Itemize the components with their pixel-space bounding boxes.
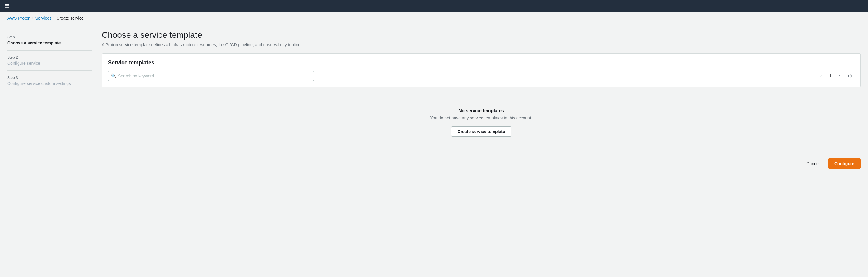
breadcrumb-current: Create service (56, 16, 84, 21)
breadcrumb-proton-link[interactable]: AWS Proton (7, 16, 31, 21)
configure-button[interactable]: Configure (828, 159, 861, 169)
pagination-next-button[interactable]: › (837, 72, 843, 80)
search-row: 🔍 ‹ 1 › ⚙ (108, 71, 855, 81)
settings-button[interactable]: ⚙ (845, 72, 855, 80)
search-input[interactable] (108, 71, 314, 81)
sidebar-steps: Step 1 Choose a service template Step 2 … (7, 24, 92, 264)
top-navigation: ☰ (0, 0, 868, 12)
breadcrumb-separator-1: › (32, 16, 34, 20)
pagination: ‹ 1 › ⚙ (818, 72, 855, 80)
content-area: Choose a service template A Proton servi… (102, 24, 861, 264)
create-service-template-button[interactable]: Create service template (451, 127, 511, 137)
hamburger-icon[interactable]: ☰ (5, 3, 10, 9)
empty-state-description: You do not have any service templates in… (108, 115, 855, 120)
main-layout: Step 1 Choose a service template Step 2 … (0, 24, 868, 271)
breadcrumb: AWS Proton › Services › Create service (0, 12, 868, 24)
service-templates-panel: Service templates 🔍 ‹ 1 › ⚙ (102, 53, 861, 88)
gear-icon: ⚙ (848, 73, 852, 79)
step-2-item: Step 2 Configure service (7, 50, 92, 71)
pagination-number: 1 (827, 72, 834, 79)
breadcrumb-services-link[interactable]: Services (35, 16, 52, 21)
empty-state-title: No service templates (108, 108, 855, 113)
step-3-label: Step 3 (7, 76, 92, 80)
step-2-label: Step 2 (7, 55, 92, 60)
search-input-wrapper: 🔍 (108, 71, 314, 81)
pagination-prev-button[interactable]: ‹ (818, 72, 825, 80)
empty-state: No service templates You do not have any… (102, 94, 861, 151)
step-1-label: Step 1 (7, 35, 92, 39)
cancel-button[interactable]: Cancel (801, 159, 825, 168)
page-description: A Proton service template defines all in… (102, 42, 861, 47)
chevron-left-icon: ‹ (820, 73, 822, 79)
page-title: Choose a service template (102, 30, 861, 40)
chevron-right-icon: › (839, 73, 840, 79)
breadcrumb-separator-2: › (53, 16, 55, 20)
step-3-title: Configure service custom settings (7, 81, 92, 86)
search-icon: 🔍 (111, 73, 116, 78)
step-2-title: Configure service (7, 61, 92, 66)
step-1-item: Step 1 Choose a service template (7, 30, 92, 50)
panel-title: Service templates (108, 60, 855, 66)
step-1-title: Choose a service template (7, 40, 92, 45)
footer-actions: Cancel Configure (102, 159, 861, 169)
step-3-item: Step 3 Configure service custom settings (7, 71, 92, 91)
